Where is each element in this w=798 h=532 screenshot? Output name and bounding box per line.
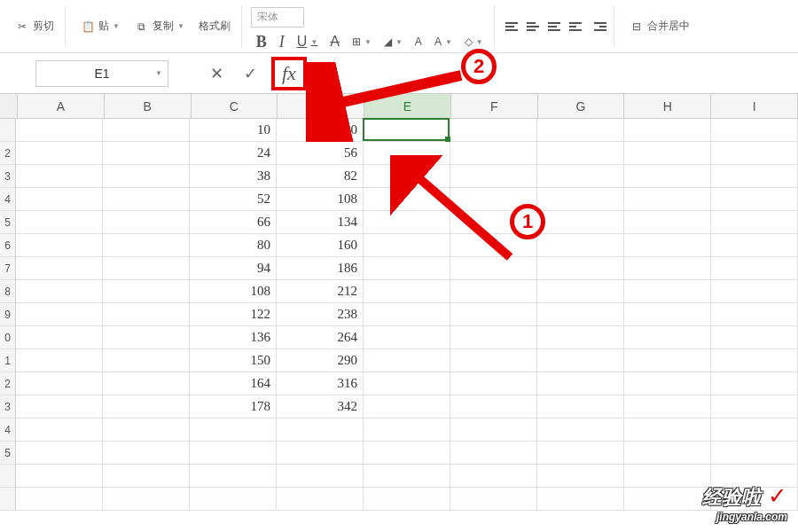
cell[interactable]: 108 [277, 188, 364, 211]
select-all-corner[interactable] [0, 94, 18, 119]
name-box[interactable]: E1 [35, 60, 168, 87]
cell[interactable] [537, 257, 624, 280]
cell[interactable] [103, 211, 190, 234]
cell[interactable] [537, 280, 624, 303]
cell[interactable] [103, 372, 190, 395]
row-header[interactable]: 9 [0, 303, 16, 326]
cell[interactable]: 10 [190, 119, 277, 142]
cell[interactable] [103, 142, 190, 165]
cell[interactable] [103, 419, 190, 442]
cell[interactable] [103, 488, 190, 511]
row-header[interactable]: 4 [0, 419, 16, 442]
cell[interactable] [450, 303, 537, 326]
cell[interactable] [450, 442, 537, 465]
align-left-button[interactable] [567, 17, 587, 36]
cell[interactable] [537, 303, 624, 326]
cell[interactable] [450, 372, 537, 395]
cell[interactable] [711, 442, 798, 465]
cell[interactable] [624, 165, 711, 188]
font-size-increase-button[interactable]: A [410, 29, 427, 55]
cell[interactable] [277, 488, 364, 511]
cell[interactable] [364, 372, 450, 395]
cell[interactable] [364, 280, 450, 303]
cell[interactable] [103, 442, 190, 465]
cell[interactable] [450, 142, 537, 165]
column-header-B[interactable]: B [105, 94, 192, 119]
align-top-button[interactable] [504, 17, 523, 36]
cell[interactable] [537, 165, 624, 188]
cell[interactable]: 186 [277, 257, 364, 280]
cell[interactable] [711, 119, 798, 142]
cell[interactable] [16, 142, 103, 165]
column-header-E[interactable]: E [364, 94, 451, 119]
cell[interactable] [711, 395, 798, 419]
cell[interactable] [711, 211, 798, 234]
cell[interactable] [450, 119, 537, 142]
cell[interactable] [537, 465, 624, 488]
cell[interactable]: 52 [190, 188, 277, 211]
insert-function-button[interactable]: fx [271, 57, 307, 90]
cell[interactable] [624, 395, 711, 419]
cell[interactable] [537, 488, 624, 511]
cell[interactable] [16, 234, 103, 257]
cell[interactable] [103, 303, 190, 326]
cell[interactable] [624, 442, 711, 465]
cell[interactable] [16, 442, 103, 465]
cell[interactable] [711, 142, 798, 165]
align-middle-button[interactable] [525, 17, 544, 36]
cell[interactable] [711, 465, 798, 488]
cancel-formula-button[interactable]: ✕ [204, 61, 229, 86]
cell[interactable] [537, 234, 624, 257]
cell[interactable]: 178 [190, 395, 277, 419]
confirm-formula-button[interactable]: ✓ [238, 61, 262, 86]
cell[interactable]: 38 [190, 165, 277, 188]
cell[interactable] [364, 234, 450, 257]
column-header-C[interactable]: C [192, 94, 278, 119]
strikethrough-button[interactable]: A [325, 29, 345, 55]
cell[interactable]: 24 [190, 142, 277, 165]
row-header[interactable]: 2 [0, 372, 16, 395]
clear-format-button[interactable]: ◇▼ [459, 29, 489, 55]
cell[interactable] [711, 372, 798, 395]
cell[interactable] [103, 326, 190, 349]
cell[interactable] [711, 234, 798, 257]
cell[interactable] [16, 326, 103, 349]
cell[interactable] [16, 303, 103, 326]
border-button[interactable]: ⊞▼ [347, 29, 377, 55]
cell[interactable] [537, 142, 624, 165]
cell[interactable] [16, 211, 103, 234]
fill-color-button[interactable]: ◢▼ [379, 29, 408, 55]
cell[interactable]: 164 [190, 372, 277, 395]
cell[interactable] [711, 488, 798, 511]
cell[interactable] [711, 165, 798, 188]
cell[interactable] [450, 234, 537, 257]
merge-center-button[interactable]: ⊟ 合并居中 [623, 15, 695, 38]
cell[interactable] [450, 326, 537, 349]
cell[interactable] [450, 349, 537, 372]
cell[interactable] [624, 257, 711, 280]
cell[interactable] [624, 488, 711, 511]
cell[interactable]: 238 [277, 303, 364, 326]
cell[interactable]: 122 [190, 303, 277, 326]
cell[interactable] [16, 165, 103, 188]
italic-button[interactable]: I [274, 29, 290, 55]
cell[interactable]: 56 [277, 142, 364, 165]
cell[interactable]: 342 [277, 395, 364, 419]
row-header[interactable]: 3 [0, 395, 16, 419]
row-header[interactable]: 2 [0, 142, 16, 165]
cell[interactable] [16, 488, 103, 511]
cell[interactable] [711, 419, 798, 442]
cell[interactable]: 82 [277, 165, 364, 188]
cell[interactable] [16, 257, 103, 280]
cell[interactable] [364, 349, 450, 372]
cell[interactable] [103, 165, 190, 188]
column-header-I[interactable]: I [711, 94, 798, 119]
cell[interactable] [364, 119, 450, 142]
cell[interactable] [624, 372, 711, 395]
cell[interactable] [711, 188, 798, 211]
cell[interactable] [364, 465, 450, 488]
cell[interactable]: 160 [277, 234, 364, 257]
cell[interactable] [16, 280, 103, 303]
cell[interactable] [624, 349, 711, 372]
cell[interactable] [103, 234, 190, 257]
